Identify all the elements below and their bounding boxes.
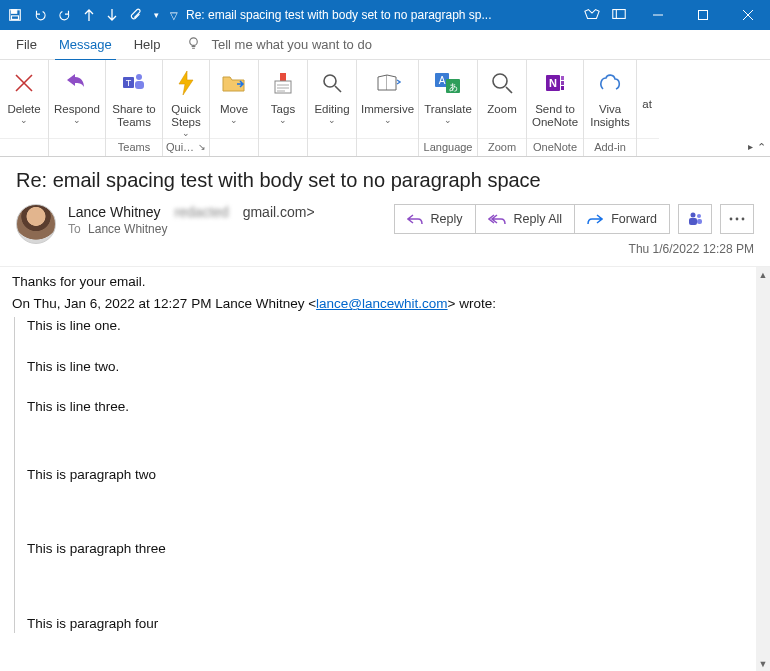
svg-point-27 xyxy=(730,218,733,221)
svg-rect-1 xyxy=(12,10,17,14)
svg-text:N: N xyxy=(549,77,557,89)
sender-email-suffix: gmail.com> xyxy=(243,204,315,220)
maximize-button[interactable] xyxy=(680,0,725,30)
premium-icon[interactable] xyxy=(584,7,600,24)
zoom-button[interactable]: Zoom xyxy=(478,60,526,138)
close-button[interactable] xyxy=(725,0,770,30)
svg-point-12 xyxy=(324,75,336,87)
tag-icon xyxy=(271,66,295,100)
arrow-up-icon[interactable] xyxy=(83,8,95,22)
quoted-email-link[interactable]: lance@lancewhit.com xyxy=(316,296,448,311)
undo-icon[interactable] xyxy=(33,8,47,22)
to-label: To xyxy=(68,222,81,236)
editing-button[interactable]: Editing⌄ xyxy=(308,60,356,138)
group-addin: Add-in xyxy=(584,138,636,156)
group-quick: Qui…↘ xyxy=(163,138,209,156)
folder-icon xyxy=(221,66,247,100)
delete-button[interactable]: Delete⌄ xyxy=(0,60,48,138)
onenote-icon: N xyxy=(543,66,567,100)
move-button[interactable]: Move⌄ xyxy=(210,60,258,138)
qat-overflow-icon[interactable]: ▽ xyxy=(170,10,178,21)
scroll-up-icon[interactable]: ▲ xyxy=(756,267,770,283)
arrow-down-icon[interactable] xyxy=(106,8,118,22)
chevron-down-icon[interactable]: ▾ xyxy=(154,11,159,20)
viva-insights-button[interactable]: Viva Insights xyxy=(584,60,636,138)
quoted-line: This is line one. xyxy=(27,317,754,335)
ribbon-scroll-right-icon[interactable]: ▸ xyxy=(748,141,753,154)
minimize-button[interactable] xyxy=(635,0,680,30)
quoted-para: This is paragraph three xyxy=(27,540,754,558)
group-language: Language xyxy=(419,138,477,156)
viva-icon xyxy=(597,66,623,100)
display-options-icon[interactable] xyxy=(611,7,627,24)
forward-button[interactable]: Forward xyxy=(575,204,670,234)
respond-icon xyxy=(64,66,90,100)
tab-message[interactable]: Message xyxy=(57,33,114,56)
reply-button[interactable]: Reply xyxy=(394,204,476,234)
lightning-icon xyxy=(175,66,197,100)
delete-icon xyxy=(12,66,36,100)
email-subject: Re: email spacing test with body set to … xyxy=(0,157,770,196)
svg-point-23 xyxy=(691,213,696,218)
svg-rect-21 xyxy=(561,81,564,85)
quoted-line: This is line three. xyxy=(27,398,754,416)
find-icon xyxy=(320,66,344,100)
quoted-para: This is paragraph four xyxy=(27,615,754,633)
zoom-icon xyxy=(490,66,514,100)
quoted-line: This is line two. xyxy=(27,358,754,376)
svg-text:T: T xyxy=(126,78,132,88)
avatar xyxy=(16,204,56,244)
send-onenote-button[interactable]: N Send to OneNote xyxy=(527,60,583,138)
scrollbar[interactable]: ▲ ▼ xyxy=(756,267,770,671)
ribbon: Delete⌄ Respond⌄ T Share to Teams Teams … xyxy=(0,60,770,157)
svg-rect-20 xyxy=(561,76,564,80)
save-icon[interactable] xyxy=(8,8,22,22)
quote-intro: On Thu, Jan 6, 2022 at 12:27 PM Lance Wh… xyxy=(12,295,754,313)
ribbon-overflow[interactable]: at xyxy=(637,60,657,138)
translate-icon: Aあ xyxy=(434,66,462,100)
svg-point-5 xyxy=(190,37,198,45)
ribbon-collapse-icon[interactable]: ⌃ xyxy=(757,141,766,154)
window-title: Re: email spacing test with body set to … xyxy=(186,8,492,22)
reply-all-button[interactable]: Reply All xyxy=(476,204,576,234)
immersive-icon xyxy=(375,66,401,100)
body-line: Thanks for your email. xyxy=(12,273,754,291)
lightbulb-icon xyxy=(186,36,201,54)
quoted-block: This is line one. This is line two. This… xyxy=(14,317,754,632)
scroll-down-icon[interactable]: ▼ xyxy=(756,656,770,671)
tab-file[interactable]: File xyxy=(14,33,39,56)
svg-point-29 xyxy=(742,218,745,221)
quick-steps-button[interactable]: Quick Steps⌄ xyxy=(163,60,209,138)
svg-rect-2 xyxy=(12,16,19,20)
svg-rect-9 xyxy=(135,81,144,89)
email-body-area: Thanks for your email. On Thu, Jan 6, 20… xyxy=(0,266,770,671)
share-teams-button[interactable]: T Share to Teams xyxy=(106,60,162,138)
svg-text:あ: あ xyxy=(449,82,458,92)
redo-icon[interactable] xyxy=(58,8,72,22)
group-teams: Teams xyxy=(106,138,162,156)
teams-chat-button[interactable] xyxy=(678,204,712,234)
tell-me-input[interactable]: Tell me what you want to do xyxy=(211,37,371,52)
group-zoom: Zoom xyxy=(478,138,526,156)
svg-text:A: A xyxy=(439,75,446,86)
email-header: Lance Whitney redacted gmail.com> To Lan… xyxy=(0,196,770,266)
more-actions-button[interactable] xyxy=(720,204,754,234)
title-bar: ▾ ▽ Re: email spacing test with body set… xyxy=(0,0,770,30)
sender-name: Lance Whitney xyxy=(68,204,161,220)
tags-button[interactable]: Tags⌄ xyxy=(259,60,307,138)
svg-point-17 xyxy=(493,74,507,88)
respond-button[interactable]: Respond⌄ xyxy=(49,60,105,138)
svg-rect-10 xyxy=(280,73,286,81)
email-body: Thanks for your email. On Thu, Jan 6, 20… xyxy=(12,273,754,633)
svg-point-8 xyxy=(136,74,142,80)
quoted-para: This is paragraph two xyxy=(27,466,754,484)
tab-help[interactable]: Help xyxy=(132,33,163,56)
translate-button[interactable]: Aあ Translate⌄ xyxy=(419,60,477,138)
svg-point-24 xyxy=(697,214,701,218)
immersive-button[interactable]: Immersive⌄ xyxy=(357,60,418,138)
group-onenote: OneNote xyxy=(527,138,583,156)
svg-rect-3 xyxy=(613,9,625,18)
svg-point-28 xyxy=(736,218,739,221)
svg-rect-26 xyxy=(697,219,702,224)
attach-icon[interactable] xyxy=(129,8,143,22)
